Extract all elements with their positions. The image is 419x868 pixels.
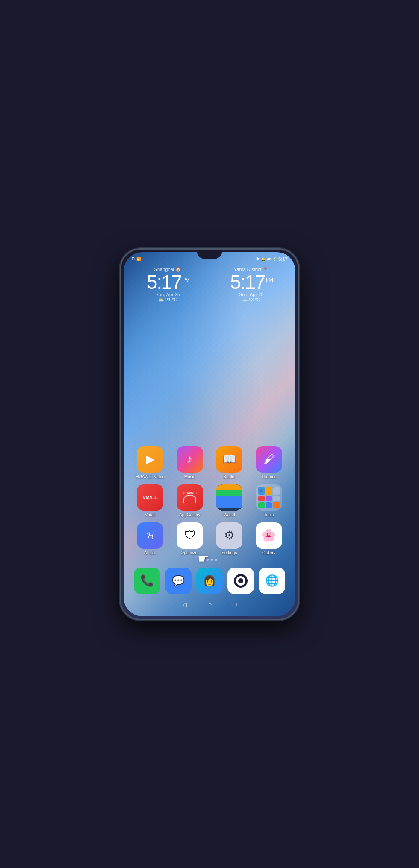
mute-icon: 🔔 (261, 257, 266, 261)
app-row-3: 𝓗 AI Life 🛡 Optimizer ⚙ (124, 522, 295, 555)
dock-messages[interactable]: 💬 (163, 568, 193, 594)
app-books[interactable]: 📖 Books (211, 446, 248, 479)
sim-icon: 🗒 (131, 257, 135, 261)
yanta-date: Sun, Apr 25 (230, 292, 272, 297)
nav-back[interactable]: ◁ (182, 601, 187, 608)
app-settings[interactable]: ⚙ Settings (211, 522, 248, 555)
yanta-time: 5:17PM (230, 272, 272, 292)
yanta-weather: ☁ 13 °C (230, 297, 272, 303)
books-icon: 📖 (216, 446, 242, 473)
app-huawei-video[interactable]: ▶ HUAWEI Video (132, 446, 168, 479)
books-label: Books (223, 474, 235, 479)
bluetooth-icon: ✱ (256, 257, 260, 261)
clock-divider (209, 273, 210, 307)
phone-device: 🗒 📶 ✱ 🔔 42 🔋 5:17 Shanghai 🏠 (120, 248, 299, 620)
vmall-icon: VMALL (137, 484, 163, 511)
appgallery-icon: HUAWEI (177, 484, 203, 511)
wallet-label: Wallet (224, 512, 235, 517)
pin-icon: 📍 (263, 267, 269, 272)
music-icon: ♪ (177, 446, 203, 473)
app-ailife[interactable]: 𝓗 AI Life (132, 522, 168, 555)
page-dot-4 (215, 559, 217, 561)
home-icon: 🏠 (175, 267, 181, 272)
nav-home[interactable]: ○ (208, 601, 212, 608)
wifi-icon: 📶 (136, 257, 141, 261)
settings-icon: ⚙ (216, 522, 242, 549)
wallet-icon (216, 484, 242, 511)
shanghai-date: Sun, Apr 25 (147, 292, 189, 297)
music-label: Music (184, 474, 195, 479)
appgallery-label: AppGallery (179, 512, 200, 517)
page-dot-3 (211, 559, 213, 561)
nav-recents[interactable]: □ (233, 601, 237, 608)
dock: 📞 💬 👩 (124, 564, 295, 597)
status-left: 🗒 📶 (131, 257, 141, 261)
dock-support[interactable]: 👩 (195, 568, 224, 594)
huawei-video-icon: ▶ (137, 446, 163, 473)
dock-camera[interactable] (226, 568, 256, 594)
optimizer-label: Optimizer (180, 550, 199, 555)
huawei-video-label: HUAWEI Video (136, 474, 165, 479)
phone-icon: 📞 (134, 568, 160, 594)
app-themes[interactable]: 🖌 Themes (251, 446, 287, 479)
battery-icon: 🔋 (272, 257, 277, 261)
app-wallet[interactable]: Wallet (211, 484, 248, 517)
notch (197, 250, 222, 259)
volume-down-button[interactable] (298, 341, 299, 365)
ailife-icon: 𝓗 (137, 522, 163, 549)
themes-label: Themes (261, 474, 277, 479)
status-right: ✱ 🔔 42 🔋 5:17 (256, 256, 288, 262)
app-appgallery[interactable]: HUAWEI AppGallery (172, 484, 208, 517)
app-vmall[interactable]: VMALL Vmall (132, 484, 168, 517)
dock-browser[interactable]: 🌐 (257, 568, 287, 594)
camera-icon (227, 568, 254, 594)
settings-label: Settings (221, 550, 237, 555)
ailife-label: AI Life (144, 550, 156, 555)
yanta-location: Yanta District 📍 (230, 267, 272, 272)
app-gallery[interactable]: 🌸 Gallery (251, 522, 287, 555)
messages-icon: 💬 (165, 568, 192, 594)
tools-label: Tools (264, 512, 274, 517)
clock-widget-yanta: Yanta District 📍 5:17PM Sun, Apr 25 ☁ 13… (230, 267, 272, 314)
clock-section: Shanghai 🏠 5:17PM Sun, Apr 25 ⛅ 21 °C (124, 262, 295, 314)
dock-phone[interactable]: 📞 (132, 568, 162, 594)
optimizer-icon: 🛡 (177, 522, 203, 549)
weather-icon-yanta: ☁ (242, 297, 247, 302)
themes-icon: 🖌 (256, 446, 282, 473)
screen: 🗒 📶 ✱ 🔔 42 🔋 5:17 Shanghai 🏠 (124, 252, 295, 616)
shanghai-weather: ⛅ 21 °C (147, 297, 189, 303)
status-time: 5:17 (278, 256, 288, 262)
shanghai-location: Shanghai 🏠 (147, 267, 189, 272)
battery-level: 42 (267, 257, 271, 261)
app-music[interactable]: ♪ Music (172, 446, 208, 479)
browser-icon: 🌐 (259, 568, 285, 594)
dock-area: 📞 💬 👩 (124, 559, 295, 597)
nav-bar: ◁ ○ □ (124, 597, 295, 613)
shanghai-time: 5:17PM (147, 272, 189, 292)
tools-icon: 👤 ≡ (256, 484, 282, 511)
app-tools[interactable]: 👤 ≡ Tools (251, 484, 287, 517)
vmall-label: Vmall (145, 512, 156, 517)
app-optimizer[interactable]: 🛡 Optimizer (172, 522, 208, 555)
clock-widget-shanghai: Shanghai 🏠 5:17PM Sun, Apr 25 ⛅ 21 °C (147, 267, 189, 314)
support-icon: 👩 (196, 568, 223, 594)
app-row-1: ▶ HUAWEI Video ♪ Music 📖 (124, 446, 295, 479)
gallery-label: Gallery (262, 550, 276, 555)
gallery-icon: 🌸 (256, 522, 282, 549)
weather-icon-shanghai: ⛅ (158, 297, 164, 302)
page-dots (124, 559, 295, 561)
app-row-2: VMALL Vmall HUAWEI AppGallery (124, 484, 295, 517)
volume-up-button[interactable] (298, 318, 299, 335)
